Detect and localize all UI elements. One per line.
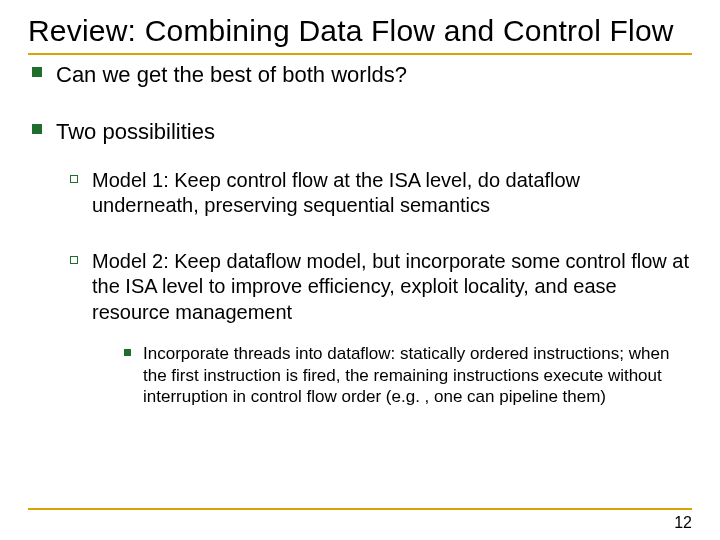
sub-bullet-group: Model 1: Keep control flow at the ISA le… [70, 168, 692, 408]
content-area: Can we get the best of both worlds? Two … [28, 61, 692, 408]
bullet-level1: Can we get the best of both worlds? [32, 61, 692, 89]
bullet-text: Can we get the best of both worlds? [56, 61, 407, 89]
hollow-square-bullet-icon [70, 175, 78, 183]
square-bullet-icon [124, 349, 131, 356]
footer-divider [28, 508, 692, 510]
square-bullet-icon [32, 124, 42, 134]
bullet-text: Two possibilities [56, 118, 215, 146]
bullet-level2: Model 2: Keep dataflow model, but incorp… [70, 249, 692, 408]
bullet-text: Incorporate threads into dataflow: stati… [143, 343, 692, 407]
page-number: 12 [674, 514, 692, 532]
bullet-text: Model 1: Keep control flow at the ISA le… [92, 168, 692, 219]
subsub-bullet-group: Incorporate threads into dataflow: stati… [124, 343, 692, 407]
square-bullet-icon [32, 67, 42, 77]
bullet-text: Model 2: Keep dataflow model, but incorp… [92, 250, 689, 323]
bullet-level3: Incorporate threads into dataflow: stati… [124, 343, 692, 407]
slide-title: Review: Combining Data Flow and Control … [28, 14, 692, 49]
bullet-level1: Two possibilities Model 1: Keep control … [32, 118, 692, 407]
bullet-level2: Model 1: Keep control flow at the ISA le… [70, 168, 692, 219]
slide: Review: Combining Data Flow and Control … [0, 0, 720, 540]
hollow-square-bullet-icon [70, 256, 78, 264]
title-divider [28, 53, 692, 55]
